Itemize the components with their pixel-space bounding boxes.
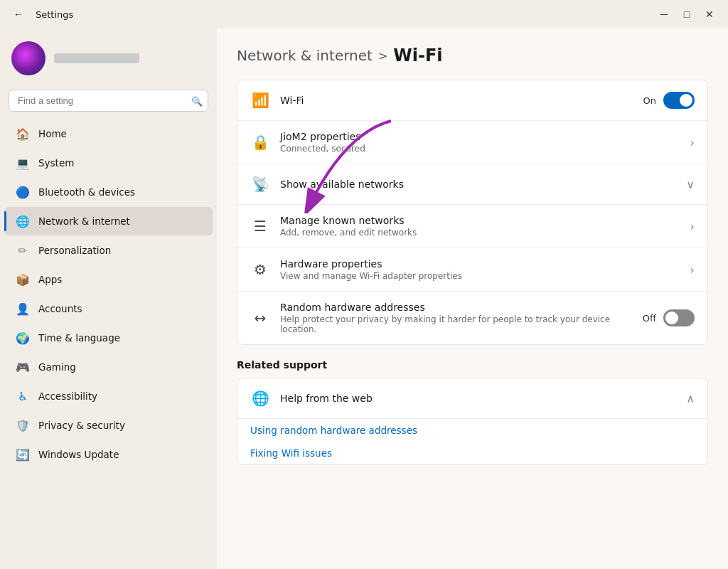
breadcrumb-separator: > [378, 49, 387, 63]
nav-items: 🏠 Home 💻 System 🔵 Bluetooth & devices 🌐 … [0, 119, 217, 469]
sidebar-item-label: Privacy & security [38, 420, 125, 431]
manage-networks-subtitle: Add, remove, and edit networks [280, 228, 680, 238]
available-networks-title: Show available networks [280, 179, 676, 190]
available-networks-icon: 📡 [250, 174, 270, 194]
search-box: 🔍 [9, 90, 208, 112]
support-link-link1[interactable]: Using random hardware addresses [237, 419, 707, 442]
card-item-random-hw[interactable]: ↔ Random hardware addresses Help protect… [237, 292, 707, 344]
accessibility-icon: ♿ [16, 389, 30, 403]
apps-icon: 📦 [16, 272, 30, 287]
search-input[interactable] [9, 90, 208, 112]
chevron-up-icon: ∧ [686, 392, 695, 405]
toggle-label-wifi-toggle: On [643, 95, 656, 106]
sidebar-item-accounts[interactable]: 👤 Accounts [4, 294, 213, 323]
breadcrumb: Network & internet > Wi-Fi [237, 46, 708, 65]
toggle-random-hw[interactable] [663, 309, 695, 326]
app-title: Settings [36, 9, 73, 20]
support-card: 🌐 Help from the web ∧ Using random hardw… [237, 378, 708, 465]
toggle-wifi-toggle[interactable] [663, 92, 695, 109]
maximize-button[interactable]: □ [677, 4, 697, 24]
globe-icon: 🌐 [250, 388, 270, 408]
sidebar-item-gaming[interactable]: 🎮 Gaming [4, 353, 213, 381]
wifi-toggle-title: Wi-Fi [280, 95, 633, 106]
back-button[interactable]: ← [9, 4, 28, 24]
card-item-jiom2[interactable]: 🔒 JioM2 properties Connected, secured › [237, 121, 707, 164]
content-area: Network & internet > Wi-Fi 📶 Wi-Fi On 🔒 … [217, 28, 728, 569]
card-item-hardware-props[interactable]: ⚙️ Hardware properties View and manage W… [237, 248, 707, 292]
sidebar-item-label: Personalization [38, 245, 111, 256]
wifi-settings-card: 📶 Wi-Fi On 🔒 JioM2 properties Connected,… [237, 80, 708, 345]
sidebar-item-update[interactable]: 🔄 Windows Update [4, 440, 213, 469]
sidebar-item-time[interactable]: 🌍 Time & language [4, 324, 213, 352]
chevron-right-icon: › [690, 220, 695, 233]
card-item-wifi-toggle[interactable]: 📶 Wi-Fi On [237, 80, 707, 121]
random-hw-subtitle: Help protect your privacy by making it h… [280, 314, 633, 334]
sidebar-item-label: Windows Update [38, 449, 119, 460]
app-container: 🔍 🏠 Home 💻 System 🔵 Bluetooth & devices … [0, 28, 728, 569]
help-from-web-title: Help from the web [280, 393, 676, 404]
sidebar-item-label: Network & internet [38, 216, 130, 227]
hardware-props-title: Hardware properties [280, 258, 680, 270]
chevron-right-icon: › [690, 136, 695, 149]
hardware-props-icon: ⚙️ [250, 260, 270, 280]
hardware-props-subtitle: View and manage Wi-Fi adapter properties [280, 271, 680, 281]
home-icon: 🏠 [16, 127, 30, 141]
breadcrumb-parent: Network & internet [237, 47, 373, 64]
search-icon: 🔍 [191, 95, 203, 106]
sidebar-user [0, 34, 217, 87]
related-support-title: Related support [237, 359, 708, 371]
bluetooth-icon: 🔵 [16, 185, 30, 199]
time-icon: 🌍 [16, 331, 30, 345]
sidebar-item-label: System [38, 157, 74, 169]
help-from-web-item[interactable]: 🌐 Help from the web ∧ [237, 378, 707, 419]
support-link-link2[interactable]: Fixing Wifi issues [237, 442, 707, 464]
sidebar-item-label: Accessibility [38, 390, 97, 402]
sidebar-item-accessibility[interactable]: ♿ Accessibility [4, 382, 213, 410]
chevron-down-icon: ∨ [686, 178, 695, 191]
personalization-icon: ✏️ [16, 243, 30, 257]
accounts-icon: 👤 [16, 302, 30, 316]
network-icon: 🌐 [16, 214, 30, 228]
sidebar-item-system[interactable]: 💻 System [4, 149, 213, 177]
sidebar-item-label: Home [38, 128, 67, 139]
sidebar-item-label: Apps [38, 274, 62, 285]
manage-networks-title: Manage known networks [280, 215, 680, 226]
jiom2-icon: 🔒 [250, 132, 270, 152]
sidebar: 🔍 🏠 Home 💻 System 🔵 Bluetooth & devices … [0, 28, 217, 569]
random-hw-icon: ↔ [250, 308, 270, 328]
jiom2-title: JioM2 properties [280, 131, 680, 142]
close-button[interactable]: ✕ [700, 4, 719, 24]
breadcrumb-current: Wi-Fi [393, 46, 442, 65]
sidebar-item-label: Gaming [38, 361, 76, 373]
minimize-button[interactable]: ─ [654, 4, 674, 24]
titlebar: ← Settings ─ □ ✕ [0, 0, 728, 28]
user-name [54, 53, 139, 63]
toggle-label-random-hw: Off [643, 313, 656, 324]
system-icon: 💻 [16, 156, 30, 170]
sidebar-item-home[interactable]: 🏠 Home [4, 119, 213, 148]
sidebar-item-apps[interactable]: 📦 Apps [4, 265, 213, 294]
sidebar-item-bluetooth[interactable]: 🔵 Bluetooth & devices [4, 178, 213, 206]
jiom2-subtitle: Connected, secured [280, 144, 680, 154]
card-item-manage-networks[interactable]: ☰ Manage known networks Add, remove, and… [237, 205, 707, 248]
sidebar-item-personalization[interactable]: ✏️ Personalization [4, 236, 213, 265]
update-icon: 🔄 [16, 447, 30, 462]
support-links: Using random hardware addressesFixing Wi… [237, 419, 707, 464]
chevron-right-icon: › [690, 263, 695, 277]
card-item-available-networks[interactable]: 📡 Show available networks ∨ [237, 164, 707, 205]
random-hw-title: Random hardware addresses [280, 302, 633, 313]
sidebar-item-label: Bluetooth & devices [38, 186, 135, 198]
sidebar-item-network[interactable]: 🌐 Network & internet [4, 207, 213, 235]
sidebar-item-label: Time & language [38, 332, 120, 344]
titlebar-controls: ─ □ ✕ [654, 4, 719, 24]
gaming-icon: 🎮 [16, 360, 30, 374]
sidebar-item-privacy[interactable]: 🛡️ Privacy & security [4, 411, 213, 440]
sidebar-item-label: Accounts [38, 303, 82, 314]
manage-networks-icon: ☰ [250, 216, 270, 236]
avatar [11, 41, 46, 75]
privacy-icon: 🛡️ [16, 418, 30, 432]
titlebar-left: ← Settings [9, 4, 73, 24]
wifi-toggle-icon: 📶 [250, 90, 270, 110]
